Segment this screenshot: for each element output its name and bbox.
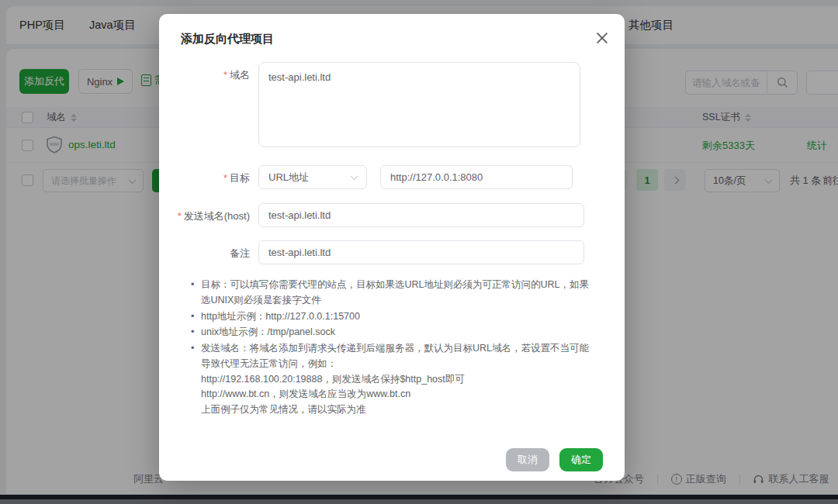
target-url-input[interactable] <box>380 165 573 189</box>
cancel-button[interactable]: 取消 <box>506 448 549 471</box>
target-type-select[interactable]: URL地址 <box>258 165 367 189</box>
help-notes: 目标：可以填写你需要代理的站点，目标如果选URL地址则必须为可正常访问的URL，… <box>190 278 595 419</box>
help-example-line: http://www.bt.cn，则发送域名应当改为www.bt.cn <box>201 387 595 402</box>
required-mark: * <box>223 69 227 81</box>
remark-label-text: 备注 <box>230 247 250 259</box>
target-type-value: URL地址 <box>268 171 309 185</box>
help-item: unix地址示例：/tmp/panel.sock <box>190 325 595 340</box>
add-reverse-proxy-modal: 添加反向代理项目 *域名 test-api.leti.ltd *目标 URL地址… <box>159 14 625 481</box>
remark-input[interactable] <box>258 240 584 264</box>
target-field-label: *目标 <box>159 171 250 185</box>
bottom-window-edge <box>0 499 838 504</box>
send-host-input[interactable] <box>258 203 584 227</box>
help-item: http地址示例：http://127.0.0.1:15700 <box>190 309 595 325</box>
required-mark: * <box>178 210 182 222</box>
help-item: 发送域名：将域名添加到请求头传递到后端服务器，默认为目标URL域名，若设置不当可… <box>190 341 595 418</box>
modal-footer-buttons: 取消 确定 <box>506 448 603 471</box>
domain-field-label: *域名 <box>159 68 250 82</box>
host-field-label: *发送域名(host) <box>159 209 250 223</box>
help-example-line: 上面例子仅为常见情况，请以实际为准 <box>201 402 595 418</box>
help-item: 目标：可以填写你需要代理的站点，目标如果选URL地址则必须为可正常访问的URL，… <box>190 278 595 309</box>
domain-textarea[interactable]: test-api.leti.ltd <box>258 62 580 147</box>
confirm-button[interactable]: 确定 <box>559 448 603 471</box>
domain-label-text: 域名 <box>230 69 250 81</box>
modal-title: 添加反向代理项目 <box>181 32 274 47</box>
chevron-down-icon <box>351 172 358 180</box>
close-icon[interactable] <box>594 29 611 47</box>
required-mark: * <box>223 172 227 184</box>
target-label-text: 目标 <box>230 172 250 184</box>
host-label-text: 发送域名(host) <box>184 210 250 222</box>
help-example-line: http://192.168.100.20:19888，则发送域名保持$http… <box>201 372 595 388</box>
remark-field-label: 备注 <box>159 247 250 261</box>
